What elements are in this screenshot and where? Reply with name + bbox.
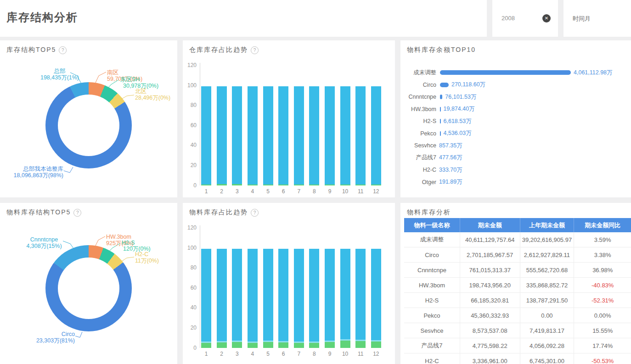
bar-month-3[interactable] bbox=[232, 249, 242, 348]
top10-row: H2-C333.70万 bbox=[407, 164, 627, 176]
table-cell: 4,056,092.28 bbox=[520, 338, 574, 353]
top10-item-name: Circo bbox=[407, 82, 436, 88]
table-cell: -52.31% bbox=[574, 293, 631, 308]
bar-month-9[interactable] bbox=[325, 249, 335, 348]
bar-segment bbox=[309, 86, 319, 185]
clear-filter-icon[interactable]: ✕ bbox=[542, 14, 551, 22]
bar-segment bbox=[309, 249, 319, 342]
stacked-bar-chart bbox=[201, 228, 381, 348]
top10-bar[interactable] bbox=[440, 107, 441, 112]
bar-segment bbox=[248, 249, 258, 342]
bar-segment bbox=[340, 86, 350, 185]
table-cell: 36.98% bbox=[574, 263, 631, 278]
panel-title: 物料库存结构TOP5 ? bbox=[6, 208, 81, 217]
bar-month-5[interactable] bbox=[263, 249, 273, 348]
help-icon[interactable]: ? bbox=[73, 209, 81, 217]
bar-month-1[interactable] bbox=[201, 86, 211, 185]
slice-label: 东区SH bbox=[120, 76, 140, 83]
month-filter[interactable]: 时间月 bbox=[563, 0, 631, 37]
table-cell: 138,787,291.50 bbox=[520, 293, 574, 308]
donut-chart[interactable] bbox=[45, 82, 132, 168]
year-filter[interactable]: 2008 ✕ bbox=[492, 0, 558, 37]
bar-month-1[interactable] bbox=[201, 249, 211, 348]
bar-month-10[interactable] bbox=[340, 86, 350, 185]
bar-segment bbox=[232, 342, 242, 348]
table-cell: 2,612,927,829.11 bbox=[520, 247, 574, 263]
top10-item-name: H2-S bbox=[407, 118, 436, 124]
y-tick-label: 0 bbox=[183, 182, 197, 189]
analysis-table: 物料一级名称期未金额上年期未金额期未金额同比 成末调整40,611,129,75… bbox=[404, 218, 631, 364]
bar-segment bbox=[232, 249, 242, 341]
bar-month-7[interactable] bbox=[294, 249, 304, 348]
bar-month-12[interactable] bbox=[371, 86, 381, 185]
bar-month-4[interactable] bbox=[248, 86, 258, 185]
year-filter-value[interactable]: 2008 bbox=[501, 15, 515, 22]
x-tick-label: 5 bbox=[263, 188, 273, 195]
bar-segment bbox=[278, 342, 288, 348]
y-tick-label: 40 bbox=[183, 142, 197, 148]
panel-inventory-structure-top5: 库存结构TOP5 ? 总部 198,435万(1%) 南区 59,703万(0%… bbox=[0, 40, 177, 197]
bar-segment bbox=[371, 86, 381, 185]
help-icon[interactable]: ? bbox=[251, 209, 259, 217]
bar-month-6[interactable] bbox=[278, 86, 288, 185]
x-tick-label: 9 bbox=[325, 188, 335, 195]
table-cell: 15.55% bbox=[574, 323, 631, 338]
top10-bar[interactable] bbox=[440, 83, 449, 87]
bar-month-8[interactable] bbox=[309, 86, 319, 185]
table-row: H2-C3,336,961.006,745,301.00-50.53% bbox=[404, 353, 631, 364]
column-header[interactable]: 期未金额同比 bbox=[574, 218, 631, 232]
slice-label: H2-C 11万(0%) bbox=[135, 251, 159, 264]
top10-row: Circo270,118.60万 bbox=[407, 79, 627, 91]
bar-month-12[interactable] bbox=[371, 249, 381, 348]
bar-month-11[interactable] bbox=[355, 249, 366, 348]
bar-segment bbox=[217, 342, 227, 348]
bar-month-5[interactable] bbox=[263, 86, 273, 185]
bar-month-2[interactable] bbox=[217, 86, 227, 185]
bar-month-6[interactable] bbox=[278, 249, 288, 348]
top10-bar[interactable] bbox=[440, 70, 571, 75]
top10-row: Cnnntcnpe76,101.53万 bbox=[407, 91, 627, 103]
top10-bar[interactable] bbox=[440, 119, 441, 123]
slice-label: 北区 28,496万(0%) bbox=[135, 88, 170, 101]
dashboard-page: 库存结构分析 2008 ✕ 时间月 库存结构TOP5 ? 总部 198,435万… bbox=[0, 0, 631, 364]
help-icon[interactable]: ? bbox=[251, 46, 259, 54]
panel-material-balance-top10: 物料库存余额TOP10 成末调整4,061,112.98万Circo270,11… bbox=[400, 40, 631, 197]
bar-month-2[interactable] bbox=[217, 249, 227, 348]
x-tick-label: 12 bbox=[371, 351, 381, 357]
top10-item-value: 6,618.53万 bbox=[444, 118, 472, 125]
bar-month-9[interactable] bbox=[325, 86, 335, 185]
y-tick-label: 0 bbox=[183, 345, 197, 351]
stacked-bar-chart bbox=[201, 65, 381, 185]
y-tick-label: 120 bbox=[183, 62, 197, 68]
x-tick-label: 6 bbox=[278, 351, 288, 357]
bar-month-4[interactable] bbox=[248, 249, 258, 348]
top10-bar[interactable] bbox=[440, 95, 442, 99]
top10-item-value: 4,536.03万 bbox=[444, 129, 472, 137]
slice-label: 总部 198,435万(1%) bbox=[23, 68, 96, 81]
top10-item-value: 4,061,112.98万 bbox=[574, 69, 613, 77]
top10-bar[interactable] bbox=[440, 131, 441, 136]
slice-label: 总部我本谂整库 18,096,863万(98%) bbox=[8, 166, 63, 179]
bar-segment bbox=[355, 86, 366, 185]
bar-month-8[interactable] bbox=[309, 249, 319, 348]
column-header[interactable]: 物料一级名称 bbox=[404, 218, 460, 232]
x-tick-label: 4 bbox=[248, 351, 258, 357]
top10-item-value: 333.70万 bbox=[439, 166, 462, 174]
bar-month-7[interactable] bbox=[294, 86, 304, 185]
column-header[interactable]: 期未金额 bbox=[460, 218, 520, 232]
donut-chart[interactable] bbox=[45, 245, 132, 331]
table-cell: Cnnntcnpe bbox=[404, 263, 460, 278]
bar-month-11[interactable] bbox=[355, 86, 366, 185]
table-cell: 2,701,185,967.57 bbox=[460, 247, 520, 263]
panel-title: 物料库存余额TOP10 bbox=[407, 46, 476, 54]
table-row: 产品线74,775,598.224,056,092.2817.74% bbox=[404, 338, 631, 353]
table-cell: 45,360,332.93 bbox=[460, 308, 520, 323]
column-header[interactable]: 上年期未金额 bbox=[520, 218, 574, 232]
bar-segment bbox=[232, 184, 242, 185]
help-icon[interactable]: ? bbox=[59, 46, 67, 54]
bar-month-10[interactable] bbox=[340, 249, 350, 348]
bar-month-3[interactable] bbox=[232, 86, 242, 185]
x-tick-label: 5 bbox=[263, 351, 273, 357]
bar-segment bbox=[371, 185, 381, 185]
bar-segment bbox=[355, 249, 366, 340]
